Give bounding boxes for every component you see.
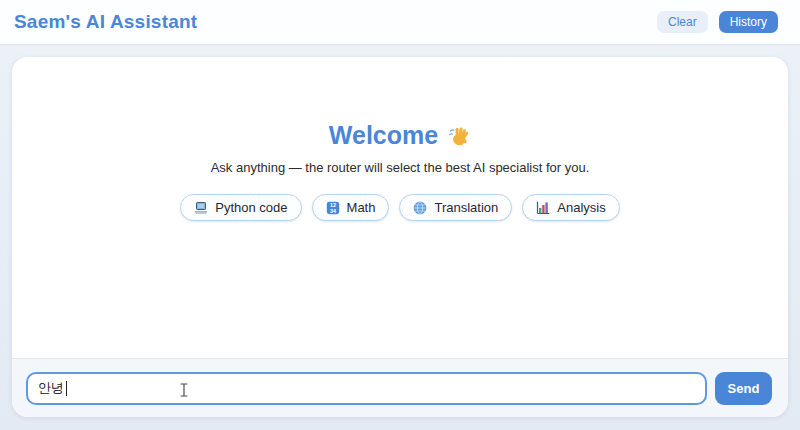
svg-text:34: 34 xyxy=(330,208,336,214)
bar-chart-icon xyxy=(536,201,550,215)
suggestion-chip-analysis[interactable]: Analysis xyxy=(522,194,619,221)
app-title: Saem's AI Assistant xyxy=(14,11,197,33)
suggestion-chip-math[interactable]: 12 34 Math xyxy=(312,194,390,221)
laptop-icon xyxy=(194,201,208,215)
header-actions: Clear History xyxy=(657,11,778,33)
welcome-title-text: Welcome xyxy=(329,121,438,150)
message-input-wrap xyxy=(26,372,707,405)
chat-card: Welcome Ask anything — the router wi xyxy=(12,57,788,417)
send-button[interactable]: Send xyxy=(715,372,772,405)
welcome-title: Welcome xyxy=(12,121,788,150)
text-caret xyxy=(66,381,67,396)
suggestion-chip-translation[interactable]: Translation xyxy=(399,194,512,221)
suggestion-chip-python-code[interactable]: Python code xyxy=(180,194,301,221)
wave-hand-icon xyxy=(447,124,471,148)
welcome-subtitle: Ask anything — the router will select th… xyxy=(12,160,788,175)
history-button[interactable]: History xyxy=(719,11,778,33)
suggestion-chip-label: Translation xyxy=(434,200,498,215)
suggestion-chip-label: Python code xyxy=(215,200,287,215)
message-input[interactable] xyxy=(26,372,707,405)
clear-button[interactable]: Clear xyxy=(657,11,708,33)
globe-icon xyxy=(413,201,427,215)
composer-bar: Send xyxy=(12,358,788,417)
suggestion-chips: Python code 12 34 Math xyxy=(12,194,788,221)
suggestion-chip-label: Analysis xyxy=(557,200,605,215)
suggestion-chip-label: Math xyxy=(347,200,376,215)
chat-area: Welcome Ask anything — the router wi xyxy=(12,57,788,358)
app-header: Saem's AI Assistant Clear History xyxy=(0,0,800,45)
input-numbers-icon: 12 34 xyxy=(326,201,340,215)
